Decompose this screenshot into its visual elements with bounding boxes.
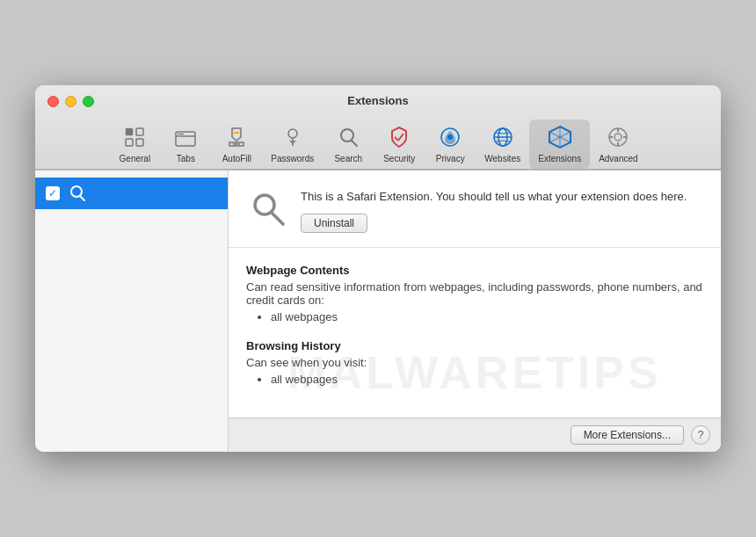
tabs-icon <box>171 123 200 151</box>
toolbar-item-advanced[interactable]: Advanced <box>590 120 646 169</box>
extensions-icon <box>546 123 574 151</box>
extensions-label: Extensions <box>538 154 581 163</box>
autofill-label: AutoFill <box>222 154 251 163</box>
svg-rect-1 <box>136 128 143 135</box>
toolbar-item-autofill[interactable]: AutoFill <box>211 120 262 169</box>
window-controls <box>47 96 94 107</box>
permissions-area: Webpage Contents Can read sensitive info… <box>229 248 721 417</box>
svg-point-7 <box>341 129 353 142</box>
svg-point-16 <box>614 134 622 141</box>
webpage-contents-title: Webpage Contents <box>246 264 703 277</box>
footer: More Extensions... ? <box>229 417 721 452</box>
extension-description: This is a Safari Extension. You should t… <box>301 188 703 206</box>
sidebar: ✓ <box>35 171 229 453</box>
extension-info: This is a Safari Extension. You should t… <box>301 188 703 234</box>
right-panel: MALWARETIPS This is a Safari Extension. … <box>229 171 721 453</box>
permission-section-webpage: Webpage Contents Can read sensitive info… <box>246 264 703 323</box>
webpage-contents-list: all webpages <box>246 310 703 323</box>
checkbox-check-icon: ✓ <box>48 188 57 199</box>
svg-rect-3 <box>136 139 143 146</box>
autofill-icon <box>222 123 251 151</box>
main-content: ✓ MALWARETIPS <box>35 170 721 453</box>
privacy-icon <box>436 123 464 151</box>
svg-point-11 <box>447 134 453 140</box>
svg-line-9 <box>398 134 403 141</box>
browsing-history-list: all webpages <box>246 373 703 386</box>
minimize-button[interactable] <box>65 96 76 107</box>
advanced-label: Advanced <box>599 154 637 163</box>
websites-icon <box>489 123 517 151</box>
toolbar: General Tabs <box>109 114 646 169</box>
svg-rect-5 <box>178 132 184 136</box>
toolbar-item-search[interactable]: Search <box>323 120 374 169</box>
extension-header: This is a Safari Extension. You should t… <box>229 171 721 249</box>
passwords-icon <box>279 123 307 151</box>
uninstall-button[interactable]: Uninstall <box>301 214 367 233</box>
svg-point-6 <box>288 129 297 138</box>
websites-label: Websites <box>484 154 520 163</box>
browsing-history-desc: Can see when you visit: <box>246 356 703 369</box>
search-toolbar-icon <box>334 123 362 151</box>
maximize-button[interactable] <box>83 96 94 107</box>
svg-rect-2 <box>126 139 133 146</box>
search-label: Search <box>334 154 362 163</box>
webpage-contents-desc: Can read sensitive information from webp… <box>246 280 703 307</box>
passwords-label: Passwords <box>271 154 314 163</box>
browsing-history-title: Browsing History <box>246 339 703 352</box>
svg-rect-0 <box>126 128 133 135</box>
help-button[interactable]: ? <box>691 425 710 445</box>
extension-checkbox[interactable]: ✓ <box>46 186 60 200</box>
toolbar-item-extensions[interactable]: Extensions <box>529 120 590 169</box>
close-button[interactable] <box>47 96 59 107</box>
toolbar-item-general[interactable]: General <box>109 120 160 169</box>
webpage-contents-item: all webpages <box>271 310 703 323</box>
browsing-history-item: all webpages <box>271 373 703 386</box>
toolbar-item-tabs[interactable]: Tabs <box>160 120 211 169</box>
security-label: Security <box>383 154 415 163</box>
privacy-label: Privacy <box>436 154 465 163</box>
window-title: Extensions <box>347 94 408 107</box>
toolbar-item-security[interactable]: Security <box>374 120 425 169</box>
permission-section-browsing: Browsing History Can see when you visit:… <box>246 339 703 386</box>
safari-preferences-window: Extensions General <box>35 85 721 453</box>
extension-main-icon <box>246 188 288 230</box>
toolbar-item-privacy[interactable]: Privacy <box>425 120 476 169</box>
general-label: General <box>120 154 151 163</box>
more-extensions-button[interactable]: More Extensions... <box>571 425 684 445</box>
sidebar-item-search-ext[interactable]: ✓ <box>35 178 228 209</box>
extension-sidebar-icon <box>67 183 88 204</box>
toolbar-item-passwords[interactable]: Passwords <box>262 120 323 169</box>
advanced-icon <box>604 123 632 151</box>
general-icon <box>120 123 149 151</box>
toolbar-item-websites[interactable]: Websites <box>476 120 529 169</box>
titlebar: Extensions General <box>35 85 721 170</box>
security-icon <box>385 123 413 151</box>
tabs-label: Tabs <box>177 154 195 163</box>
